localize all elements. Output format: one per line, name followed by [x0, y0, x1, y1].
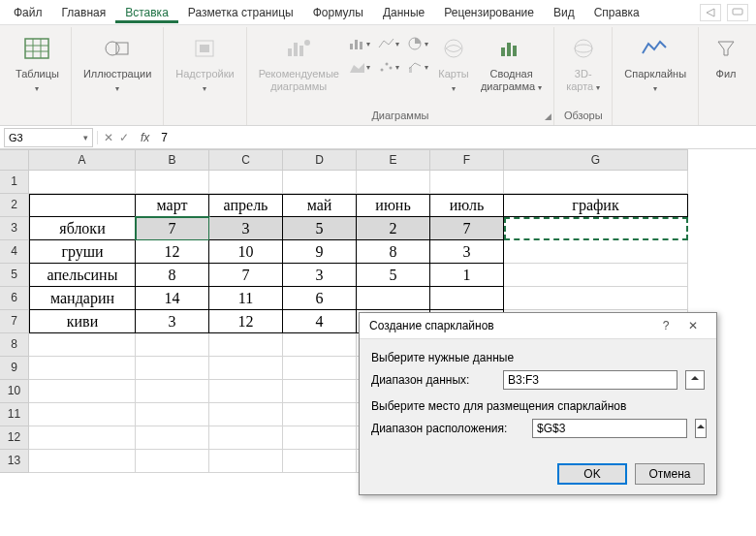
cell[interactable]: апельсины [29, 264, 136, 287]
cell[interactable]: 5 [283, 217, 357, 240]
collapse-dialog-icon[interactable] [685, 370, 705, 390]
menu-help[interactable]: Справка [584, 2, 649, 23]
cell[interactable] [29, 194, 136, 217]
cell[interactable]: 6 [283, 287, 357, 310]
cell[interactable] [504, 240, 688, 264]
dialog-launcher-icon[interactable]: ◢ [545, 111, 551, 121]
cell[interactable]: 3 [136, 310, 209, 333]
cell[interactable] [136, 403, 209, 426]
cell[interactable] [430, 171, 504, 194]
ok-button[interactable]: OK [557, 463, 627, 485]
cell[interactable] [136, 426, 209, 450]
row-header[interactable]: 4 [0, 240, 29, 264]
area-chart-icon[interactable]: ▾ [347, 56, 372, 78]
cell[interactable] [209, 426, 283, 450]
cell[interactable]: 7 [430, 217, 504, 240]
enter-formula-icon[interactable]: ✓ [119, 131, 129, 144]
col-header-A[interactable]: A [29, 149, 136, 171]
addins-button[interactable]: Надстройки ▾ [172, 31, 237, 95]
fx-icon[interactable]: fx [135, 131, 155, 144]
cell[interactable]: 11 [209, 287, 283, 310]
cell[interactable]: 9 [283, 240, 357, 264]
col-header-E[interactable]: E [357, 149, 430, 171]
cell[interactable] [29, 333, 136, 357]
cell[interactable]: яблоки [29, 217, 136, 240]
cancel-button[interactable]: Отмена [635, 463, 705, 485]
cell[interactable]: март [136, 194, 209, 217]
menu-insert[interactable]: Вставка [115, 2, 178, 23]
row-header[interactable]: 12 [0, 426, 29, 450]
cell[interactable]: май [283, 194, 357, 217]
col-header-B[interactable]: B [136, 149, 209, 171]
cell[interactable]: 12 [136, 240, 209, 264]
recommended-charts-button[interactable]: Рекомендуемыедиаграммы [255, 31, 343, 95]
cell[interactable] [504, 264, 688, 287]
filters-button[interactable]: Фил [707, 31, 745, 82]
cell[interactable] [136, 380, 209, 403]
menu-view[interactable]: Вид [544, 2, 584, 23]
cell[interactable]: 14 [136, 287, 209, 310]
cell[interactable] [283, 403, 357, 426]
cell[interactable]: график [504, 194, 688, 217]
menu-home[interactable]: Главная [52, 2, 116, 23]
sparklines-button[interactable]: Спарклайны ▾ [620, 31, 690, 95]
cell[interactable]: 8 [136, 264, 209, 287]
cell[interactable] [283, 357, 357, 380]
cell[interactable]: июль [430, 194, 504, 217]
cell[interactable]: 3 [209, 217, 283, 240]
menu-formulas[interactable]: Формулы [303, 2, 373, 23]
col-header-D[interactable]: D [283, 149, 357, 171]
line-chart-icon[interactable]: ▾ [376, 33, 401, 54]
dialog-titlebar[interactable]: Создание спарклайнов ? ✕ [360, 313, 716, 339]
cell[interactable] [209, 403, 283, 426]
pivot-chart-button[interactable]: Своднаядиаграмма ▾ [477, 31, 546, 95]
cell[interactable]: 2 [357, 217, 430, 240]
pie-chart-icon[interactable]: ▾ [405, 33, 430, 54]
scatter-chart-icon[interactable]: ▾ [376, 56, 401, 78]
bar-chart-icon[interactable]: ▾ [347, 33, 372, 54]
cell[interactable] [29, 171, 136, 194]
cell[interactable] [209, 357, 283, 380]
cell[interactable]: 8 [357, 240, 430, 264]
cell[interactable]: мандарин [29, 287, 136, 310]
menu-file[interactable]: Файл [4, 2, 52, 23]
cell[interactable] [29, 403, 136, 426]
row-header[interactable]: 7 [0, 310, 29, 333]
row-header[interactable]: 11 [0, 403, 29, 426]
select-all-corner[interactable] [0, 149, 29, 171]
formula-input[interactable] [155, 131, 756, 144]
menu-data[interactable]: Данные [373, 2, 434, 23]
col-header-F[interactable]: F [430, 149, 504, 171]
cell[interactable] [209, 171, 283, 194]
cell[interactable]: груши [29, 240, 136, 264]
cell[interactable]: киви [29, 310, 136, 333]
cell[interactable] [29, 426, 136, 450]
combo-chart-icon[interactable]: ▾ [405, 56, 430, 78]
maps-button[interactable]: Карты ▾ [434, 31, 473, 95]
name-box[interactable]: G3 ▾ [4, 128, 93, 147]
cell[interactable] [136, 333, 209, 357]
cell[interactable]: 4 [283, 310, 357, 333]
share-icon[interactable] [700, 4, 721, 21]
cell[interactable] [29, 450, 136, 473]
cell[interactable]: 1 [430, 264, 504, 287]
cell[interactable] [209, 380, 283, 403]
chevron-down-icon[interactable]: ▾ [83, 133, 88, 142]
row-header[interactable]: 6 [0, 287, 29, 310]
cell[interactable]: 7 [209, 264, 283, 287]
row-header[interactable]: 8 [0, 333, 29, 357]
help-button[interactable]: ? [652, 319, 679, 332]
cell[interactable] [283, 171, 357, 194]
tables-button[interactable]: Таблицы ▾ [12, 31, 63, 95]
col-header-G[interactable]: G [504, 149, 688, 171]
cell[interactable]: 10 [209, 240, 283, 264]
cell[interactable] [209, 450, 283, 473]
row-header[interactable]: 1 [0, 171, 29, 194]
cell[interactable]: 12 [209, 310, 283, 333]
cell[interactable] [283, 333, 357, 357]
cell[interactable] [136, 357, 209, 380]
cell[interactable] [29, 357, 136, 380]
cell[interactable]: 5 [357, 264, 430, 287]
location-range-input[interactable] [532, 419, 687, 438]
cell[interactable] [209, 333, 283, 357]
